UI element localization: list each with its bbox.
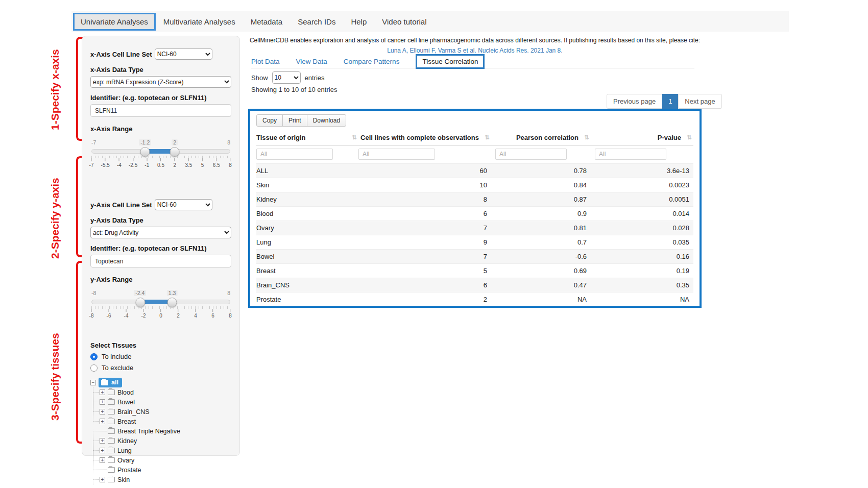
- tree-node-skin[interactable]: Skin: [93, 475, 231, 484]
- nav-tab-multivariate-analyses[interactable]: Multivariate Analyses: [156, 13, 243, 31]
- expand-icon[interactable]: [100, 438, 105, 444]
- nav-tab-video-tutorial[interactable]: Video tutorial: [374, 13, 434, 31]
- expand-icon[interactable]: [100, 399, 105, 405]
- y-data-type-select[interactable]: act: Drug Activity: [90, 227, 231, 238]
- table-row: Blood60.90.014: [256, 207, 693, 221]
- tree-node-lung[interactable]: Lung: [93, 446, 231, 455]
- y-cell-line-set-select[interactable]: NCI-60: [155, 199, 212, 210]
- tree-node-kidney[interactable]: Kidney: [93, 436, 231, 446]
- column-header-label: Tissue of origin: [256, 134, 306, 141]
- expand-icon[interactable]: [100, 409, 105, 414]
- filter-input-cell-lines-with-complete-observations[interactable]: [358, 149, 435, 160]
- column-header-tissue-of-origin[interactable]: Tissue of origin⇅: [256, 131, 358, 145]
- expand-icon[interactable]: [100, 389, 105, 395]
- x-identifier-input[interactable]: [90, 104, 231, 117]
- column-header-pearson-correlation[interactable]: Pearson correlation⇅: [491, 131, 591, 145]
- sort-icon[interactable]: ⇅: [584, 134, 589, 141]
- tab-compare-patterns[interactable]: Compare Patterns: [344, 58, 400, 65]
- tick-label: 0.5: [157, 158, 164, 168]
- page-number-button[interactable]: 1: [662, 94, 678, 109]
- tree-node-label[interactable]: Lung: [117, 447, 132, 454]
- filter-input-pearson-correlation[interactable]: [495, 149, 567, 160]
- next-page-button[interactable]: Next page: [678, 94, 721, 109]
- x-range-slider[interactable]: -78-1.22-7-5.5-4-2.5-10.523.556.58: [91, 148, 230, 175]
- tick-label: -2.5: [129, 158, 137, 168]
- top-navbar: Univariate AnalysesMultivariate Analyses…: [71, 11, 789, 32]
- value-cell: 10: [358, 178, 491, 192]
- column-header-p-value[interactable]: P-value⇅: [591, 131, 693, 145]
- filter-cell: [256, 145, 358, 164]
- value-cell: 3.6e-13: [591, 164, 693, 178]
- tree-node-breast[interactable]: Breast: [93, 417, 231, 426]
- tree-node-label[interactable]: Kidney: [117, 437, 137, 445]
- tree-node-all[interactable]: all: [90, 378, 231, 387]
- range-track[interactable]: [91, 300, 230, 304]
- tree-node-ovary[interactable]: Ovary: [93, 455, 231, 465]
- tree-node-label[interactable]: Brain_CNS: [117, 408, 150, 416]
- x-cell-line-set-select[interactable]: NCI-60: [155, 48, 212, 60]
- nav-tab-help[interactable]: Help: [343, 13, 374, 31]
- range-track[interactable]: [91, 149, 230, 154]
- expand-icon[interactable]: [100, 477, 105, 482]
- tab-view-data[interactable]: View Data: [296, 58, 327, 65]
- sort-icon[interactable]: ⇅: [352, 134, 356, 141]
- tissues-include-radio[interactable]: To include: [90, 353, 231, 360]
- tree-node-label[interactable]: Bowel: [117, 399, 135, 406]
- y-identifier-input[interactable]: [90, 255, 231, 267]
- tab-tissue-correlation[interactable]: Tissue Correlation: [416, 54, 485, 69]
- page-size-select[interactable]: 10: [272, 71, 301, 84]
- folder-icon: [108, 448, 115, 453]
- table-row: Kidney80.870.0051: [256, 192, 693, 207]
- pagination: Previous page 1 Next page: [607, 94, 722, 109]
- nav-tab-metadata[interactable]: Metadata: [243, 13, 291, 31]
- tree-node-blood[interactable]: Blood: [93, 387, 231, 397]
- radio-unselected-icon[interactable]: [90, 364, 98, 372]
- collapse-icon[interactable]: [90, 380, 96, 385]
- tree-node-label[interactable]: Breast Triple Negative: [117, 428, 180, 435]
- table-row: Brain_CNS60.470.35: [256, 278, 693, 292]
- filter-cell: [491, 145, 591, 164]
- value-cell: 0.0023: [591, 178, 693, 192]
- value-cell: 0.47: [491, 278, 591, 292]
- annotation-step3-label: 3-Specify tissues: [49, 315, 61, 438]
- y-range-slider[interactable]: -88-2.41.3-8-6-4-202468: [91, 299, 230, 325]
- tissues-exclude-radio[interactable]: To exclude: [90, 364, 231, 372]
- radio-selected-icon[interactable]: [90, 353, 98, 360]
- tissue-cell: Skin: [256, 178, 358, 192]
- tree-node-label[interactable]: Breast: [117, 418, 136, 425]
- copy-button[interactable]: Copy: [256, 114, 283, 127]
- citation-link[interactable]: Luna A, Elloumi F, Varma S et al. Nuclei…: [240, 47, 710, 54]
- nav-tab-search-ids[interactable]: Search IDs: [290, 13, 343, 31]
- expand-icon[interactable]: [100, 448, 105, 453]
- filter-input-p-value[interactable]: [595, 149, 666, 160]
- x-data-type-select[interactable]: exp: mRNA Expression (Z-Score): [90, 76, 231, 88]
- tissue-cell: Breast: [256, 264, 358, 278]
- sort-icon[interactable]: ⇅: [485, 134, 489, 141]
- value-cell: 0.035: [591, 235, 693, 250]
- value-cell: 9: [358, 235, 491, 250]
- tree-node-breast-triple-negative[interactable]: Breast Triple Negative: [93, 426, 231, 436]
- expand-icon[interactable]: [100, 419, 105, 424]
- x-data-type-label: x-Axis Data Type: [90, 66, 231, 74]
- expand-icon[interactable]: [100, 457, 105, 463]
- tree-node-prostate[interactable]: Prostate: [93, 465, 231, 475]
- print-button[interactable]: Print: [282, 114, 307, 127]
- value-cell: 8: [358, 192, 491, 207]
- tick-label: -7: [89, 158, 94, 168]
- previous-page-button[interactable]: Previous page: [607, 94, 662, 109]
- tree-node-label[interactable]: Ovary: [117, 457, 134, 464]
- tree-node-label[interactable]: Skin: [117, 476, 130, 483]
- column-header-label: Pearson correlation: [516, 134, 578, 141]
- filter-input-tissue-of-origin[interactable]: [256, 149, 333, 160]
- tree-node-label[interactable]: Blood: [117, 389, 134, 396]
- tree-node-bowel[interactable]: Bowel: [93, 397, 231, 407]
- folder-icon: [108, 438, 115, 444]
- tick-label: 5: [201, 158, 204, 168]
- tab-plot-data[interactable]: Plot Data: [251, 58, 280, 65]
- sort-icon[interactable]: ⇅: [687, 134, 691, 141]
- tree-node-brain-cns[interactable]: Brain_CNS: [93, 407, 231, 417]
- tree-node-label[interactable]: Prostate: [117, 467, 141, 474]
- nav-tab-univariate-analyses[interactable]: Univariate Analyses: [73, 13, 156, 31]
- column-header-cell-lines-with-complete-observations[interactable]: Cell lines with complete observations⇅: [358, 131, 491, 145]
- download-button[interactable]: Download: [307, 114, 346, 127]
